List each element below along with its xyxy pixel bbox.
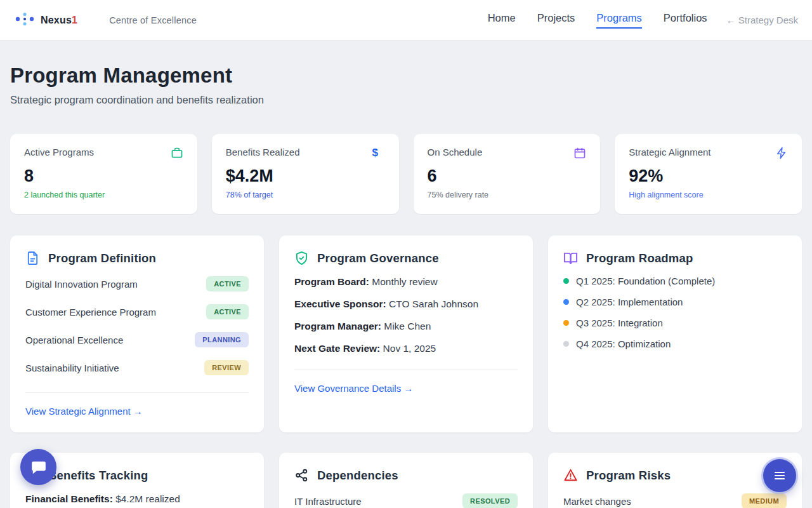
- stat-label: Strategic Alignment: [629, 147, 710, 157]
- dollar-icon: $: [372, 147, 385, 159]
- stat-value: $4.2M: [226, 166, 385, 186]
- brand[interactable]: Nexus1: [14, 11, 77, 30]
- stats-row: Active Programs 8 2 launched this quarte…: [10, 134, 802, 214]
- card-program-roadmap: Program Roadmap Q1 2025: Foundation (Com…: [548, 236, 802, 432]
- document-icon: [25, 251, 40, 265]
- main-content: Program Management Strategic program coo…: [0, 64, 812, 508]
- view-strategic-alignment-link[interactable]: View Strategic Alignment →: [25, 406, 143, 417]
- stat-label: On Schedule: [428, 147, 483, 157]
- stat-card-benefits-realized: Benefits Realized $ $4.2M 78% of target: [212, 134, 399, 214]
- stat-label: Active Programs: [24, 147, 94, 157]
- status-badge: REVIEW: [204, 360, 249, 375]
- stat-note: High alignment score: [629, 190, 788, 199]
- governance-row: Next Gate Review: Nov 1, 2025: [294, 343, 518, 354]
- book-open-icon: [563, 251, 578, 265]
- stat-card-strategic-alignment: Strategic Alignment 92% High alignment s…: [615, 134, 802, 214]
- chat-fab-button[interactable]: [20, 449, 56, 485]
- card-program-definition: Program Definition Digital Innovation Pr…: [10, 236, 264, 432]
- org-label: Centre of Excellence: [109, 15, 197, 25]
- quick-menu-fab-button[interactable]: [763, 459, 796, 492]
- program-row: Digital Innovation Program ACTIVE: [25, 274, 249, 293]
- divider: [294, 370, 518, 370]
- program-row: Operational Excellence PLANNING: [25, 330, 249, 349]
- page-title: Program Management: [10, 64, 802, 88]
- chat-bubble-icon: [30, 459, 47, 476]
- card-title: Program Risks: [586, 469, 671, 483]
- roadmap-item: Q1 2025: Foundation (Complete): [563, 276, 787, 286]
- milestone-bullet: [563, 278, 569, 284]
- briefcase-icon: [171, 147, 183, 159]
- stat-value: 92%: [629, 166, 788, 186]
- stat-value: 8: [24, 166, 183, 186]
- nav-programs[interactable]: Programs: [596, 12, 642, 29]
- brand-name: Nexus1: [41, 15, 77, 26]
- governance-row: Program Manager: Mike Chen: [294, 321, 518, 332]
- stat-note: 2 launched this quarter: [24, 190, 183, 199]
- status-badge: PLANNING: [195, 332, 249, 347]
- stat-card-active-programs: Active Programs 8 2 launched this quarte…: [10, 134, 197, 214]
- stat-note: 78% of target: [226, 190, 385, 199]
- status-badge: RESOLVED: [462, 493, 518, 508]
- stat-note: 75% delivery rate: [428, 190, 587, 199]
- shield-check-icon: [294, 251, 309, 265]
- status-badge: ACTIVE: [206, 304, 249, 319]
- milestone-bullet: [563, 341, 569, 347]
- nexus-logo-icon: [14, 11, 36, 30]
- card-title: Program Roadmap: [586, 251, 693, 265]
- card-dependencies: Dependencies IT Infrastructure RESOLVED …: [279, 453, 533, 508]
- status-badge: MEDIUM: [742, 493, 787, 508]
- nav-home[interactable]: Home: [488, 12, 516, 29]
- risk-row: Market changes MEDIUM: [563, 491, 787, 508]
- cards-grid: Program Definition Digital Innovation Pr…: [10, 236, 802, 508]
- nav-portfolios[interactable]: Portfolios: [664, 12, 707, 29]
- status-badge: ACTIVE: [206, 276, 249, 291]
- benefit-row: Financial Benefits: $4.2M realized: [25, 493, 249, 505]
- warning-triangle-icon: [563, 468, 578, 483]
- card-title: Benefits Tracking: [48, 469, 148, 483]
- stat-label: Benefits Realized: [226, 147, 300, 157]
- stat-value: 6: [428, 166, 587, 186]
- divider: [25, 392, 249, 393]
- card-title: Dependencies: [317, 469, 398, 483]
- stat-card-on-schedule: On Schedule 6 75% delivery rate: [414, 134, 601, 214]
- program-row: Sustainability Initiative REVIEW: [25, 358, 249, 377]
- milestone-bullet: [563, 299, 569, 305]
- nav-projects[interactable]: Projects: [537, 12, 575, 29]
- milestone-bullet: [563, 320, 569, 326]
- governance-row: Program Board: Monthly review: [294, 276, 518, 288]
- main-nav: Home Projects Programs Portfolios: [488, 12, 707, 29]
- governance-row: Executive Sponsor: CTO Sarah Johnson: [294, 298, 518, 310]
- roadmap-item: Q4 2025: Optimization: [563, 338, 787, 349]
- roadmap-item: Q3 2025: Integration: [563, 318, 787, 328]
- strategy-desk-link[interactable]: ← Strategy Desk: [726, 15, 798, 25]
- menu-icon: [772, 468, 787, 483]
- calendar-icon: [573, 147, 586, 159]
- share-nodes-icon: [294, 468, 309, 483]
- top-nav-bar: Nexus1 Centre of Excellence Home Project…: [0, 0, 812, 41]
- card-title: Program Definition: [48, 251, 156, 265]
- card-title: Program Governance: [317, 251, 439, 265]
- view-governance-details-link[interactable]: View Governance Details →: [294, 383, 413, 394]
- roadmap-item: Q2 2025: Implementation: [563, 297, 787, 307]
- page-subtitle: Strategic program coordination and benef…: [10, 94, 802, 106]
- card-program-governance: Program Governance Program Board: Monthl…: [279, 236, 533, 432]
- lightning-icon: [775, 147, 788, 159]
- dependency-row: IT Infrastructure RESOLVED: [294, 491, 518, 508]
- program-row: Customer Experience Program ACTIVE: [25, 302, 249, 321]
